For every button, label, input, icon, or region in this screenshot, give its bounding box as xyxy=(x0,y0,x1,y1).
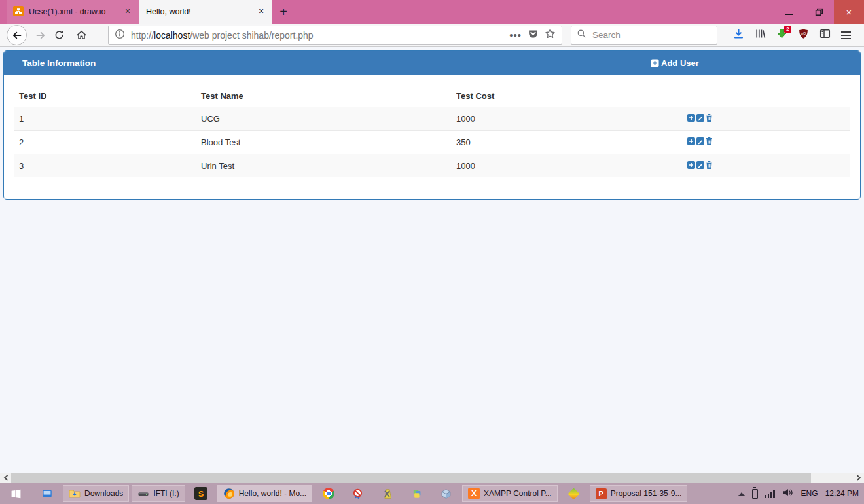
edit-row-icon[interactable] xyxy=(696,161,704,169)
header-actions xyxy=(682,85,850,107)
firefox-icon xyxy=(223,488,235,499)
taskbar-sublime-text-icon[interactable]: S xyxy=(187,483,215,504)
taskbar-button-powerpoint[interactable]: P Proposal 151-35-9... xyxy=(590,485,688,502)
taskbar-chrome-icon[interactable] xyxy=(314,483,342,504)
taskbar-blocked-app-icon[interactable] xyxy=(344,483,372,504)
table-information-panel: Table Information Add User Test ID Test … xyxy=(3,50,861,200)
cell-test-cost: 1000 xyxy=(451,107,682,131)
url-path: /web project shihab/report.php xyxy=(190,30,313,41)
forward-button[interactable] xyxy=(32,30,49,41)
plus-square-icon xyxy=(651,59,659,67)
chevron-left-icon xyxy=(3,475,9,481)
drive-icon xyxy=(137,488,149,499)
taskbar-app-window-icon[interactable] xyxy=(33,483,61,504)
system-tray: ENG 12:24 PM xyxy=(738,488,859,499)
taskbar-button-xampp[interactable]: X XAMPP Control P... xyxy=(462,485,558,502)
taskbar-button-firefox[interactable]: Hello, world! - Mo... xyxy=(217,485,312,502)
downloads-icon[interactable] xyxy=(733,28,744,42)
minimize-button[interactable] xyxy=(774,0,804,24)
pocket-icon[interactable] xyxy=(528,28,539,42)
add-user-label: Add User xyxy=(661,58,699,68)
forward-arrow-icon xyxy=(35,30,46,41)
ublock-origin-icon[interactable]: uO xyxy=(798,28,809,42)
add-row-icon[interactable] xyxy=(687,161,695,169)
close-window-button[interactable]: × xyxy=(834,0,864,24)
titlebar: Ucse(1).xml - draw.io × Hello, world! × … xyxy=(0,0,864,24)
delete-row-icon[interactable] xyxy=(706,114,713,122)
drawio-favicon-icon xyxy=(13,6,24,18)
url-text[interactable]: http://localhost/web project shihab/repo… xyxy=(131,30,503,41)
cell-test-id: 3 xyxy=(14,154,196,178)
volume-icon[interactable] xyxy=(782,488,794,499)
header-test-id: Test ID xyxy=(14,85,196,107)
clock[interactable]: 12:24 PM xyxy=(825,489,859,498)
add-user-button[interactable]: Add User xyxy=(651,51,699,75)
reload-icon xyxy=(54,30,64,40)
search-icon xyxy=(577,29,586,41)
reload-button[interactable] xyxy=(49,30,69,40)
xampp-icon: X xyxy=(468,488,480,499)
home-icon xyxy=(76,29,87,41)
start-button[interactable] xyxy=(0,483,31,504)
sidebar-toggle-icon[interactable] xyxy=(819,28,831,42)
taskbar-cube-app-icon[interactable] xyxy=(432,483,460,504)
scroll-left-button[interactable] xyxy=(0,473,11,483)
tray-expand-icon[interactable] xyxy=(738,489,745,498)
tab-hello-world[interactable]: Hello, world! × xyxy=(139,0,272,24)
cell-test-id: 1 xyxy=(14,107,196,131)
close-tab-icon[interactable]: × xyxy=(122,7,133,17)
library-icon[interactable] xyxy=(755,28,766,42)
restore-button[interactable] xyxy=(804,0,834,24)
back-button[interactable] xyxy=(7,25,27,45)
svg-text:uO: uO xyxy=(801,31,806,35)
horizontal-scrollbar[interactable] xyxy=(0,473,864,483)
cell-test-name: UCG xyxy=(196,107,451,131)
table-row: 3 Urin Test 1000 xyxy=(14,154,850,178)
search-input[interactable] xyxy=(591,29,711,41)
edit-row-icon[interactable] xyxy=(696,137,704,145)
taskbar-label: Hello, world! - Mo... xyxy=(239,489,306,498)
taskbar-label: Downloads xyxy=(84,489,123,498)
taskbar-gallery-icon[interactable] xyxy=(403,483,431,504)
add-row-icon[interactable] xyxy=(687,114,695,122)
page-actions-icon[interactable]: ••• xyxy=(509,29,522,41)
taskbar-label: IFTI (I:) xyxy=(153,489,179,498)
language-indicator[interactable]: ENG xyxy=(801,489,818,498)
browser-viewport: Table Information Add User Test ID Test … xyxy=(0,47,864,473)
battery-icon[interactable] xyxy=(752,489,758,499)
panel-body: Test ID Test Name Test Cost 1 UCG 1000 2… xyxy=(4,75,860,199)
taskbar-diamond-app-icon[interactable] xyxy=(560,483,588,504)
cell-test-cost: 350 xyxy=(451,131,682,154)
header-test-name: Test Name xyxy=(196,85,451,107)
home-button[interactable] xyxy=(71,29,91,41)
scroll-right-button[interactable] xyxy=(853,473,864,483)
windows-taskbar: Downloads IFTI (I:) S Hello, world! - Mo… xyxy=(0,483,864,504)
close-tab-icon[interactable]: × xyxy=(256,7,266,17)
add-row-icon[interactable] xyxy=(687,137,695,145)
site-info-icon[interactable] xyxy=(115,29,125,42)
new-tab-button[interactable]: + xyxy=(272,0,295,24)
downloads-folder-icon xyxy=(69,488,81,499)
delete-row-icon[interactable] xyxy=(706,161,713,169)
url-bar[interactable]: http://localhost/web project shihab/repo… xyxy=(108,26,562,45)
scrollbar-thumb[interactable] xyxy=(11,473,811,483)
bookmark-star-icon[interactable] xyxy=(545,28,556,42)
network-signal-icon[interactable] xyxy=(765,489,775,498)
taskbar-button-drive-ifti[interactable]: IFTI (I:) xyxy=(132,485,185,502)
taskbar-button-downloads[interactable]: Downloads xyxy=(63,485,129,502)
cell-test-id: 2 xyxy=(14,131,196,154)
tab-title: Hello, world! xyxy=(146,7,251,16)
edit-row-icon[interactable] xyxy=(696,114,704,122)
taskbar-label: XAMPP Control P... xyxy=(484,489,552,498)
table-row: 2 Blood Test 350 xyxy=(14,131,850,154)
menu-hamburger-icon[interactable] xyxy=(841,31,851,39)
delete-row-icon[interactable] xyxy=(706,137,713,145)
search-bar[interactable] xyxy=(571,26,717,45)
table-header-row: Test ID Test Name Test Cost xyxy=(14,85,850,107)
extension-badge: 2 xyxy=(784,26,791,33)
cell-test-name: Urin Test xyxy=(196,154,451,178)
tab-drawio[interactable]: Ucse(1).xml - draw.io × xyxy=(7,0,139,24)
taskbar-admin-tools-icon[interactable] xyxy=(373,483,401,504)
download-helper-extension-icon[interactable]: 2 xyxy=(776,28,787,42)
cell-test-cost: 1000 xyxy=(451,154,682,178)
